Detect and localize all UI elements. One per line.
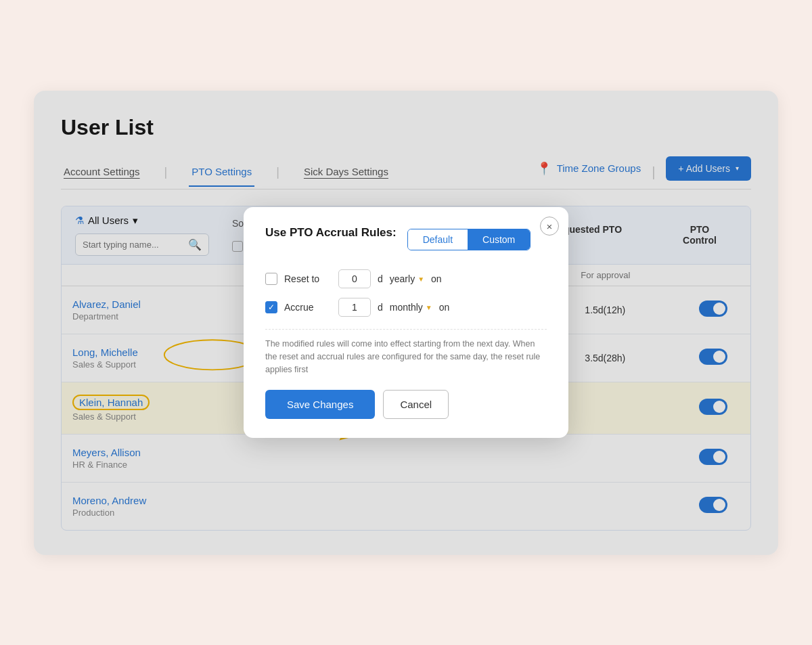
- reset-checkbox[interactable]: [265, 273, 277, 285]
- reset-freq-arrow-icon[interactable]: ▼: [418, 275, 424, 283]
- accrue-value-input[interactable]: [338, 298, 371, 317]
- reset-label: Reset to: [284, 273, 332, 284]
- reset-unit: d: [378, 273, 383, 284]
- reset-freq: yearly ▼: [390, 273, 424, 284]
- modal-overlay: × Use PTO Accrual Rules: Default Custom …: [34, 91, 778, 555]
- reset-value-input[interactable]: [338, 269, 371, 288]
- accrual-modal: × Use PTO Accrual Rules: Default Custom …: [244, 207, 568, 437]
- cancel-button[interactable]: Cancel: [383, 390, 449, 419]
- accrue-freq: monthly ▼: [390, 302, 432, 313]
- accrue-unit: d: [378, 302, 383, 313]
- accrue-on-label: on: [439, 302, 450, 313]
- accrual-default-button[interactable]: Default: [408, 229, 468, 250]
- accrue-label: Accrue: [284, 302, 332, 313]
- accrue-freq-arrow-icon[interactable]: ▼: [426, 304, 432, 311]
- reset-on-label: on: [431, 273, 442, 284]
- modal-note: The modified rules will come into effect…: [265, 329, 547, 376]
- accrue-rule-row: Accrue d monthly ▼ on: [265, 298, 547, 317]
- reset-freq-label: yearly: [390, 273, 415, 284]
- modal-close-button[interactable]: ×: [540, 217, 559, 236]
- close-icon: ×: [547, 221, 553, 232]
- accrual-custom-button[interactable]: Custom: [468, 229, 530, 250]
- modal-title: Use PTO Accrual Rules:: [265, 226, 397, 240]
- accrue-checkbox[interactable]: [265, 301, 277, 313]
- modal-actions: Save Changes Cancel: [265, 390, 547, 419]
- accrual-toggle-group: Default Custom: [407, 229, 531, 250]
- modal-title-row: Use PTO Accrual Rules: Default Custom: [265, 226, 547, 253]
- reset-rule-row: Reset to d yearly ▼ on: [265, 269, 547, 288]
- main-card: User List Account Settings | PTO Setting…: [34, 91, 778, 555]
- accrue-freq-label: monthly: [390, 302, 423, 313]
- save-changes-button[interactable]: Save Changes: [265, 390, 375, 419]
